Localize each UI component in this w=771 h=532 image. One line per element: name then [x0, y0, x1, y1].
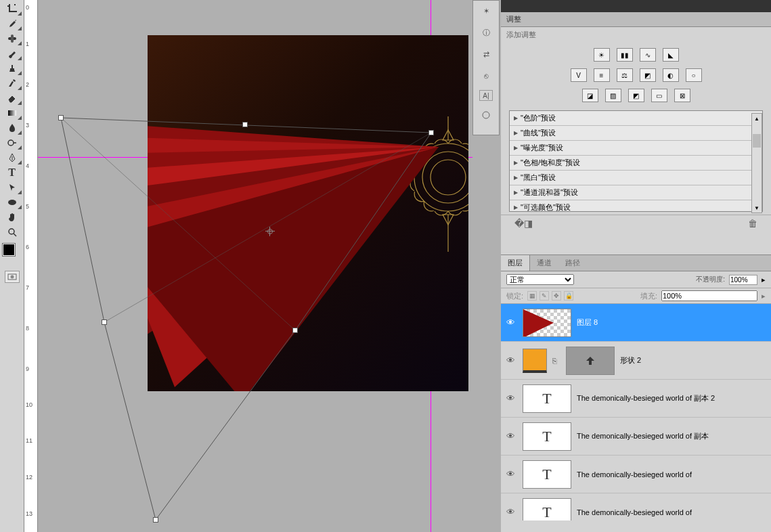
text-layer-thumbnail[interactable]: T — [523, 460, 571, 489]
masks-icon[interactable]: ⎋ — [479, 68, 493, 83]
lock-pixels-icon[interactable]: ✎ — [539, 291, 549, 301]
preset-item[interactable]: "通道混和器"预设 — [510, 185, 762, 200]
invert-icon[interactable]: ◪ — [582, 89, 598, 102]
layer-thumbnail[interactable] — [523, 309, 571, 337]
gradient-map-icon[interactable]: ▭ — [651, 89, 667, 102]
fill-dropdown-icon[interactable]: ▸ — [762, 292, 766, 301]
brightness-contrast-icon[interactable]: ☀ — [594, 48, 610, 62]
layer-row[interactable]: 👁 ⎘ 形状 2 — [501, 342, 771, 380]
visibility-icon[interactable]: 👁 — [506, 469, 517, 479]
levels-icon[interactable]: ▮▮ — [617, 48, 633, 62]
layer-row[interactable]: 👁 图层 8 — [501, 304, 771, 342]
visibility-icon[interactable]: 👁 — [506, 507, 517, 517]
adjustments-icon[interactable]: ⇄ — [479, 47, 493, 62]
fill-input[interactable] — [661, 290, 757, 301]
layer-row[interactable]: 👁 T The demonically-besieged world of 副本… — [501, 380, 771, 418]
layer-name[interactable]: The demonically-besieged world of — [577, 508, 766, 516]
color-balance-icon[interactable]: ⚖ — [617, 68, 633, 82]
scroll-down-icon[interactable]: ▼ — [752, 203, 762, 213]
preset-item[interactable]: "曝光度"预设 — [510, 141, 762, 156]
adjustments-tab[interactable]: 调整 — [501, 12, 771, 27]
visibility-icon[interactable]: 👁 — [506, 431, 517, 441]
paragraph-icon[interactable] — [479, 108, 493, 123]
type-tool[interactable]: T — [2, 165, 22, 180]
shape-tool[interactable] — [2, 195, 22, 210]
vibrance-icon[interactable]: V — [571, 68, 587, 82]
trash-icon[interactable]: 🗑 — [748, 218, 757, 229]
preset-item[interactable]: "色相/饱和度"预设 — [510, 156, 762, 171]
photo-filter-icon[interactable]: ◐ — [663, 68, 679, 82]
link-icon[interactable]: ⎘ — [552, 357, 560, 365]
tab-layers[interactable]: 图层 — [501, 255, 530, 271]
dodge-tool[interactable] — [2, 135, 22, 150]
transform-handle[interactable] — [102, 319, 107, 325]
threshold-icon[interactable]: ◩ — [628, 89, 644, 102]
transform-handle[interactable] — [58, 115, 64, 120]
crop-tool[interactable] — [2, 1, 22, 16]
layer-row[interactable]: 👁 T The demonically-besieged world of — [501, 493, 771, 520]
hue-sat-icon[interactable]: ≡ — [594, 68, 610, 82]
expand-icon[interactable]: �◨ — [514, 218, 533, 229]
preset-item[interactable]: "可选颜色"预设 — [510, 200, 762, 212]
clone-stamp-tool[interactable] — [2, 61, 22, 76]
gradient-tool[interactable] — [2, 106, 22, 120]
lock-all-icon[interactable]: 🔒 — [564, 291, 573, 301]
foreground-color[interactable] — [3, 244, 15, 256]
visibility-icon[interactable]: 👁 — [506, 393, 517, 403]
info-icon[interactable]: ⓘ — [479, 25, 493, 40]
blur-tool[interactable] — [2, 120, 22, 135]
channel-mixer-icon[interactable]: ○ — [686, 68, 702, 82]
layer-name[interactable]: 形状 2 — [620, 355, 766, 365]
transform-handle[interactable] — [292, 328, 298, 333]
vector-mask-thumbnail[interactable] — [566, 347, 615, 375]
color-swatches[interactable] — [3, 244, 22, 263]
exposure-icon[interactable]: ◣ — [663, 48, 679, 62]
lock-transparency-icon[interactable]: ▦ — [527, 291, 537, 301]
zoom-tool[interactable] — [2, 225, 22, 240]
layer-name[interactable]: The demonically-besieged world of 副本 2 — [577, 393, 766, 403]
visibility-icon[interactable]: 👁 — [506, 317, 517, 328]
opacity-input[interactable] — [729, 275, 757, 285]
transform-handle[interactable] — [428, 130, 434, 135]
blend-mode-select[interactable]: 正常 — [506, 274, 574, 285]
transform-handle[interactable] — [153, 517, 158, 523]
layer-row[interactable]: 👁 T The demonically-besieged world of 副本 — [501, 418, 771, 456]
black-white-icon[interactable]: ◩ — [640, 68, 656, 82]
preset-scrollbar[interactable]: ▲ ▼ — [751, 113, 762, 213]
eyedropper-tool[interactable] — [2, 16, 22, 31]
opacity-dropdown-icon[interactable]: ▸ — [762, 275, 766, 284]
transform-pivot[interactable] — [265, 227, 275, 236]
canvas-area[interactable] — [38, 0, 472, 532]
layer-row[interactable]: 👁 T The demonically-besieged world of — [501, 456, 771, 493]
histogram-icon[interactable]: ✶ — [479, 3, 493, 18]
posterize-icon[interactable]: ▨ — [605, 89, 621, 102]
layer-name[interactable]: 图层 8 — [577, 317, 766, 328]
quick-mask-toggle[interactable] — [5, 271, 20, 283]
lock-position-icon[interactable]: ✥ — [552, 291, 561, 301]
hand-tool[interactable] — [2, 210, 22, 225]
brush-tool[interactable] — [2, 46, 22, 61]
preset-item[interactable]: "色阶"预设 — [510, 111, 762, 126]
visibility-icon[interactable]: 👁 — [506, 355, 517, 365]
scroll-up-icon[interactable]: ▲ — [752, 114, 762, 123]
tab-channels[interactable]: 通道 — [530, 255, 558, 271]
healing-brush-tool[interactable] — [2, 31, 22, 46]
layer-name[interactable]: The demonically-besieged world of — [577, 470, 766, 479]
preset-item[interactable]: "黑白"预设 — [510, 171, 762, 185]
text-layer-thumbnail[interactable]: T — [523, 498, 571, 521]
pen-tool[interactable] — [2, 150, 22, 165]
transform-handle[interactable] — [242, 122, 248, 127]
text-layer-thumbnail[interactable]: T — [523, 384, 571, 413]
scroll-thumb[interactable] — [753, 134, 761, 148]
curves-icon[interactable]: ∿ — [640, 48, 656, 62]
path-selection-tool[interactable] — [2, 180, 22, 195]
history-brush-tool[interactable] — [2, 76, 22, 91]
layer-name[interactable]: The demonically-besieged world of 副本 — [577, 431, 766, 441]
selective-color-icon[interactable]: ⊠ — [674, 89, 690, 102]
character-icon[interactable]: A| — [479, 90, 493, 101]
tab-paths[interactable]: 路径 — [558, 255, 587, 271]
text-layer-thumbnail[interactable]: T — [523, 422, 571, 451]
eraser-tool[interactable] — [2, 91, 22, 106]
fill-thumbnail[interactable] — [523, 349, 547, 373]
preset-item[interactable]: "曲线"预设 — [510, 126, 762, 141]
